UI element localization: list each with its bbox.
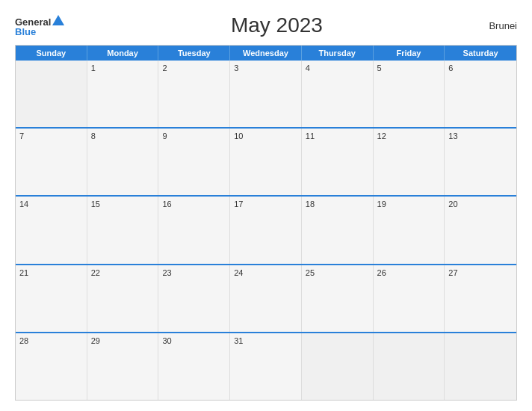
day-cell — [302, 333, 374, 400]
day-cell: 31 — [230, 333, 302, 400]
day-header-friday: Friday — [374, 46, 445, 61]
week-row-2: 78910111213 — [16, 127, 516, 195]
day-header-tuesday: Tuesday — [158, 46, 230, 61]
day-number: 6 — [448, 64, 513, 72]
day-cell: 3 — [230, 61, 302, 127]
day-number: 14 — [19, 200, 83, 208]
day-cell: 21 — [16, 265, 87, 332]
day-cell: 27 — [445, 265, 516, 332]
calendar: SundayMondayTuesdayWednesdayThursdayFrid… — [15, 45, 517, 401]
week-row-1: 123456 — [16, 61, 516, 127]
day-cell: 25 — [302, 265, 374, 332]
header: General Blue May 2023 Brunei — [15, 13, 517, 37]
day-cell — [374, 333, 445, 400]
day-header-sunday: Sunday — [16, 46, 87, 61]
day-cell: 7 — [16, 129, 87, 195]
day-cell: 5 — [374, 61, 445, 127]
day-number: 20 — [448, 200, 513, 208]
day-cell: 13 — [445, 129, 516, 195]
day-cell: 11 — [302, 129, 374, 195]
day-cell: 8 — [87, 129, 159, 195]
logo-blue-text: Blue — [15, 27, 64, 37]
day-number: 28 — [19, 336, 83, 345]
day-headers-row: SundayMondayTuesdayWednesdayThursdayFrid… — [16, 46, 516, 61]
logo-general-text: General — [15, 17, 51, 27]
day-number: 12 — [377, 132, 441, 140]
week-row-5: 28293031 — [16, 332, 516, 400]
day-cell: 6 — [445, 61, 516, 127]
day-cell: 20 — [445, 197, 516, 263]
month-title: May 2023 — [64, 13, 489, 37]
day-cell: 28 — [16, 333, 87, 400]
day-cell — [16, 61, 87, 127]
day-number: 23 — [162, 268, 226, 277]
day-number: 17 — [234, 200, 297, 208]
day-number: 25 — [306, 268, 369, 277]
day-cell: 10 — [230, 129, 302, 195]
page: General Blue May 2023 Brunei SundayMonda… — [0, 0, 532, 411]
logo: General Blue — [15, 15, 64, 37]
week-row-4: 21222324252627 — [16, 264, 516, 332]
day-number: 13 — [448, 132, 513, 140]
day-number: 11 — [306, 132, 369, 140]
day-number: 26 — [377, 268, 441, 277]
day-header-thursday: Thursday — [302, 46, 374, 61]
day-number: 16 — [162, 200, 226, 208]
day-cell: 29 — [87, 333, 159, 400]
day-cell: 26 — [374, 265, 445, 332]
day-header-wednesday: Wednesday — [230, 46, 302, 61]
day-cell: 1 — [87, 61, 159, 127]
weeks-container: 1234567891011121314151617181920212223242… — [16, 61, 516, 400]
day-number: 29 — [91, 336, 155, 345]
day-cell: 18 — [302, 197, 374, 263]
day-cell: 16 — [158, 197, 230, 263]
day-number: 24 — [234, 268, 297, 277]
day-number: 1 — [91, 64, 155, 72]
day-header-monday: Monday — [87, 46, 159, 61]
day-cell: 15 — [87, 197, 159, 263]
day-number: 19 — [377, 200, 441, 208]
day-cell: 19 — [374, 197, 445, 263]
day-cell: 22 — [87, 265, 159, 332]
logo-triangle-icon — [52, 15, 64, 25]
day-number: 27 — [448, 268, 513, 277]
week-row-3: 14151617181920 — [16, 195, 516, 263]
day-number: 2 — [162, 64, 226, 72]
day-cell — [445, 333, 516, 400]
day-number: 15 — [91, 200, 155, 208]
day-number: 8 — [91, 132, 155, 140]
day-number: 9 — [162, 132, 226, 140]
day-number: 3 — [234, 64, 297, 72]
day-cell: 17 — [230, 197, 302, 263]
day-cell: 14 — [16, 197, 87, 263]
day-number: 18 — [306, 200, 369, 208]
day-number: 31 — [234, 336, 297, 345]
day-number: 4 — [306, 64, 369, 72]
day-number: 7 — [19, 132, 83, 140]
day-cell: 24 — [230, 265, 302, 332]
day-number: 22 — [91, 268, 155, 277]
day-cell: 9 — [158, 129, 230, 195]
day-cell: 12 — [374, 129, 445, 195]
day-number: 30 — [162, 336, 226, 345]
country-label: Brunei — [489, 20, 517, 31]
day-cell: 30 — [158, 333, 230, 400]
logo-wrapper: General Blue — [15, 15, 64, 37]
day-header-saturday: Saturday — [445, 46, 516, 61]
day-number: 5 — [377, 64, 441, 72]
day-cell: 4 — [302, 61, 374, 127]
day-number: 21 — [19, 268, 83, 277]
day-cell: 23 — [158, 265, 230, 332]
day-number: 10 — [234, 132, 297, 140]
day-cell: 2 — [158, 61, 230, 127]
